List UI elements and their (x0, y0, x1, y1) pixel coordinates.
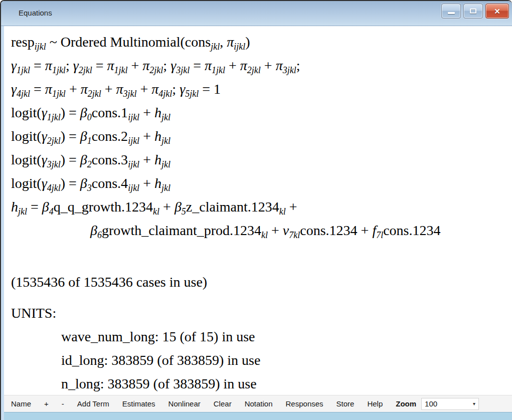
toolbar-button-notation[interactable]: Notation (245, 399, 273, 408)
toolbar-button-clear[interactable]: Clear (214, 399, 232, 408)
toolbar-button--[interactable]: + (44, 399, 49, 408)
toolbar-button-nonlinear[interactable]: Nonlinear (168, 399, 201, 408)
dropdown-arrow-icon: ▾ (473, 401, 475, 406)
toolbar-button-add-term[interactable]: Add Term (77, 399, 109, 408)
equation-line (11, 242, 512, 270)
window-title: Equations (19, 9, 52, 17)
toolbar-button-responses[interactable]: Responses (286, 399, 323, 408)
window-resize-border (4, 412, 512, 420)
equation-line: γ4jkl = π1jkl + π2jkl + π3jkl + π4jkl; γ… (11, 77, 512, 101)
equation-line: UNITS: (11, 301, 512, 325)
titlebar[interactable]: Equations ✕ (1, 1, 512, 26)
close-button[interactable]: ✕ (485, 4, 509, 19)
equations-content: respijkl ~ Ordered Multinomial(consjkl, … (4, 26, 512, 395)
equation-line: logit(γ1jkl) = β0cons.1ijkl + hjkl (11, 101, 512, 124)
equation-line: logit(γ4jkl) = β3cons.4ijkl + hjkl (11, 171, 512, 195)
equation-line: hjkl = β4q_q_growth.1234kl + β5z_claiman… (11, 195, 512, 219)
minimize-icon (448, 12, 455, 14)
toolbar-button-help[interactable]: Help (367, 399, 383, 408)
equation-line: logit(γ3jkl) = β2cons.3ijkl + hjkl (11, 148, 512, 171)
zoom-level-select[interactable]: 100 ▾ (421, 398, 479, 410)
restore-button[interactable] (463, 4, 483, 19)
restore-icon (470, 9, 476, 14)
equations-window: Equations ✕ respijkl ~ Ordered Multinomi… (0, 0, 512, 420)
toolbar-button-name[interactable]: Name (11, 399, 31, 408)
equation-line: n_long: 383859 (of 383859) in use (11, 372, 512, 395)
equation-line: wave_num_long: 15 (of 15) in use (11, 325, 512, 348)
equation-line: (1535436 of 1535436 cases in use) (11, 270, 512, 294)
toolbar-button-estimates[interactable]: Estimates (122, 399, 155, 408)
window-controls: ✕ (441, 4, 509, 19)
toolbar-button--[interactable]: - (62, 399, 64, 408)
equation-line: β6growth_claimant_prod.1234kl + v7klcons… (11, 219, 512, 242)
equation-line: γ1jkl = π1jkl; γ2jkl = π1jkl + π2jkl; γ3… (11, 54, 512, 77)
toolbar: Name+-Add TermEstimatesNonlinearClearNot… (4, 395, 512, 412)
zoom-value: 100 (425, 399, 473, 408)
equation-line: logit(γ2jkl) = β1cons.2ijkl + hjkl (11, 124, 512, 148)
minimize-button[interactable] (441, 4, 461, 19)
zoom-label: Zoom (396, 399, 416, 408)
window-body: respijkl ~ Ordered Multinomial(consjkl, … (1, 26, 512, 420)
equation-line: id_long: 383859 (of 383859) in use (11, 348, 512, 372)
toolbar-button-store[interactable]: Store (336, 399, 355, 408)
toolbar-buttons: Name+-Add TermEstimatesNonlinearClearNot… (11, 399, 396, 408)
close-icon: ✕ (494, 8, 500, 15)
equation-line: respijkl ~ Ordered Multinomial(consjkl, … (11, 30, 512, 54)
equation-display: respijkl ~ Ordered Multinomial(consjkl, … (11, 30, 512, 395)
